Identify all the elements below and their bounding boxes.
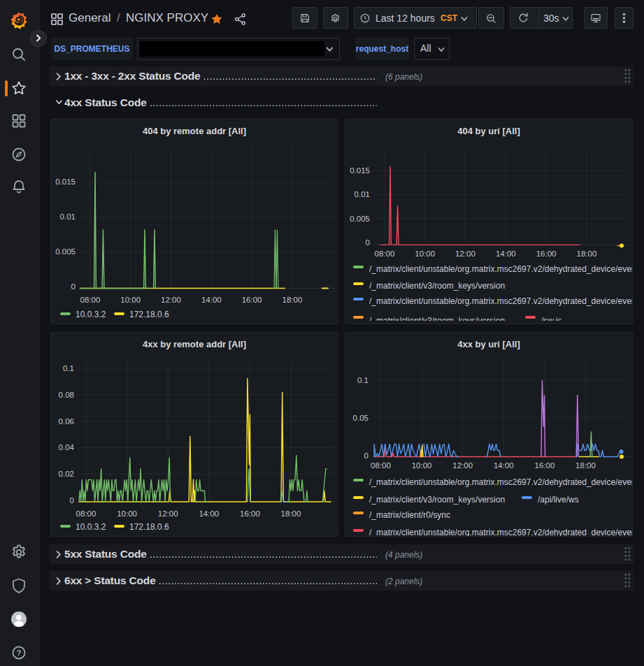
svg-text:18:00: 18:00	[577, 249, 597, 258]
svg-text:0: 0	[366, 238, 370, 247]
svg-text:/_matrix/client/unstable/org.m: /_matrix/client/unstable/org.matrix.msc2…	[369, 264, 633, 274]
svg-text:0.01: 0.01	[60, 212, 76, 221]
svg-text:12:00: 12:00	[161, 296, 181, 304]
svg-text:10.0.3.2: 10.0.3.2	[76, 522, 106, 532]
svg-text:18:00: 18:00	[575, 461, 596, 470]
svg-text:/_matrix/client/v3/room_keys/v: /_matrix/client/v3/room_keys/version	[369, 281, 505, 291]
svg-text:0.02: 0.02	[59, 470, 74, 478]
svg-text:0: 0	[70, 496, 74, 505]
svg-text:10:00: 10:00	[415, 249, 435, 258]
svg-text:18:00: 18:00	[281, 509, 301, 518]
svg-text:0: 0	[71, 282, 76, 291]
svg-text:0.1: 0.1	[63, 364, 74, 372]
svg-text:08:00: 08:00	[76, 509, 96, 518]
svg-text:/_matrix/client/unstable/org.m: /_matrix/client/unstable/org.matrix.msc2…	[369, 528, 633, 537]
svg-text:12:00: 12:00	[158, 509, 178, 518]
svg-text:0.005: 0.005	[55, 247, 76, 256]
svg-text:08:00: 08:00	[371, 461, 391, 470]
svg-text:0.05: 0.05	[353, 414, 368, 422]
svg-text:/_matrix/client/r0/sync: /_matrix/client/r0/sync	[369, 510, 450, 520]
svg-text:/_matrix/client/unstable/org.m: /_matrix/client/unstable/org.matrix.msc2…	[369, 477, 633, 487]
svg-text:14:00: 14:00	[496, 249, 516, 258]
svg-text:12:00: 12:00	[455, 249, 475, 258]
svg-text:0.06: 0.06	[59, 417, 74, 426]
svg-text:172.18.0.6: 172.18.0.6	[129, 522, 169, 532]
svg-text:14:00: 14:00	[199, 509, 219, 518]
svg-text:0.015: 0.015	[350, 166, 370, 175]
svg-text:16:00: 16:00	[536, 249, 557, 258]
svg-text:10.0.3.2: 10.0.3.2	[76, 310, 106, 319]
svg-text:/_matrix/client/unstable/org.m: /_matrix/client/unstable/org.matrix.msc2…	[369, 296, 633, 306]
svg-text:08:00: 08:00	[375, 249, 395, 258]
svg-text:18:00: 18:00	[282, 296, 303, 304]
svg-text:0.015: 0.015	[55, 178, 76, 186]
svg-text:12:00: 12:00	[452, 461, 473, 470]
svg-text:16:00: 16:00	[242, 296, 262, 304]
svg-text:0.005: 0.005	[350, 215, 370, 223]
svg-text:10:00: 10:00	[120, 296, 141, 304]
svg-text:16:00: 16:00	[240, 509, 260, 518]
svg-text:0: 0	[364, 451, 368, 460]
svg-text:08:00: 08:00	[80, 296, 101, 304]
svg-text:10:00: 10:00	[117, 509, 137, 518]
svg-text:0.1: 0.1	[357, 376, 368, 384]
svg-text:0.04: 0.04	[59, 443, 75, 451]
svg-text:?: ?	[16, 649, 21, 657]
svg-text:0.01: 0.01	[355, 190, 370, 198]
svg-text:/_matrix/client/v3/room_keys/v: /_matrix/client/v3/room_keys/version	[369, 495, 505, 505]
svg-text:16:00: 16:00	[535, 461, 555, 470]
svg-text:14:00: 14:00	[494, 461, 514, 470]
svg-text:10:00: 10:00	[412, 461, 432, 470]
svg-text:/api/live/ws: /api/live/ws	[538, 495, 579, 505]
svg-text:14:00: 14:00	[201, 296, 222, 304]
svg-text:0.08: 0.08	[59, 391, 74, 399]
svg-text:172.18.0.6: 172.18.0.6	[129, 310, 169, 319]
